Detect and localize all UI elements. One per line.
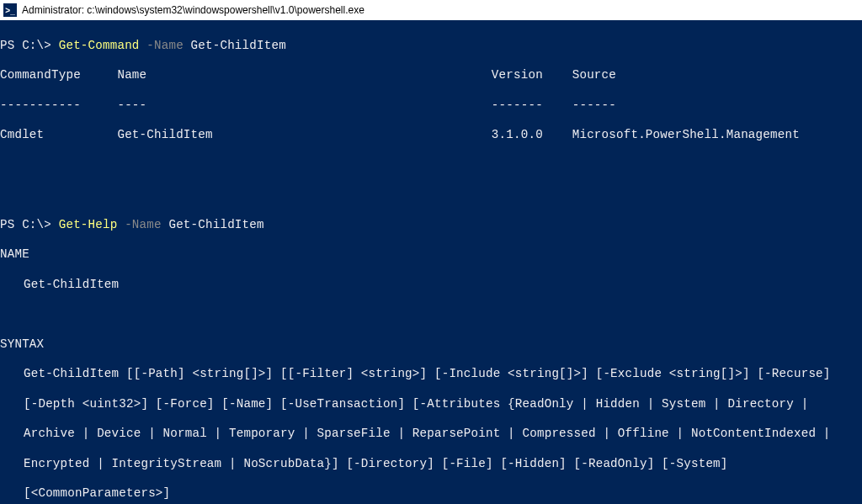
powershell-icon: >_ — [3, 3, 17, 17]
table-row: Cmdlet Get-ChildItem 3.1.0.0 Microsoft.P… — [0, 128, 862, 143]
table-divider: ----------- ---- ------- ------ — [0, 98, 862, 114]
syntax-line: [-Depth <uint32>] [-Force] [-Name] [-Use… — [0, 397, 862, 412]
syntax-line: Encrypted | IntegrityStream | NoScrubDat… — [0, 457, 862, 472]
window-titlebar[interactable]: >_ Administrator: c:\windows\system32\wi… — [0, 0, 862, 20]
terminal-output[interactable]: PS C:\> Get-Command -Name Get-ChildItem … — [0, 20, 862, 504]
syntax-line: [<CommonParameters>] — [0, 486, 862, 501]
help-name-value: Get-ChildItem — [0, 278, 862, 293]
syntax-line: Get-ChildItem [[-Path] <string[]>] [[-Fi… — [0, 367, 862, 382]
prompt: PS C:\> — [0, 218, 59, 231]
param-value: Get-ChildItem — [191, 39, 286, 52]
help-section-header: NAME — [0, 247, 862, 263]
param-name: -Name — [117, 218, 168, 231]
syntax-line: Archive | Device | Normal | Temporary | … — [0, 427, 862, 442]
prompt: PS C:\> — [0, 39, 59, 52]
help-section-header: SYNTAX — [0, 337, 862, 353]
param-name: -Name — [140, 39, 191, 52]
command-name: Get-Help — [59, 218, 118, 231]
table-header: CommandType Name Version Source — [0, 68, 862, 83]
window-title: Administrator: c:\windows\system32\windo… — [22, 4, 364, 16]
param-value: Get-ChildItem — [168, 218, 263, 231]
command-name: Get-Command — [59, 39, 140, 52]
